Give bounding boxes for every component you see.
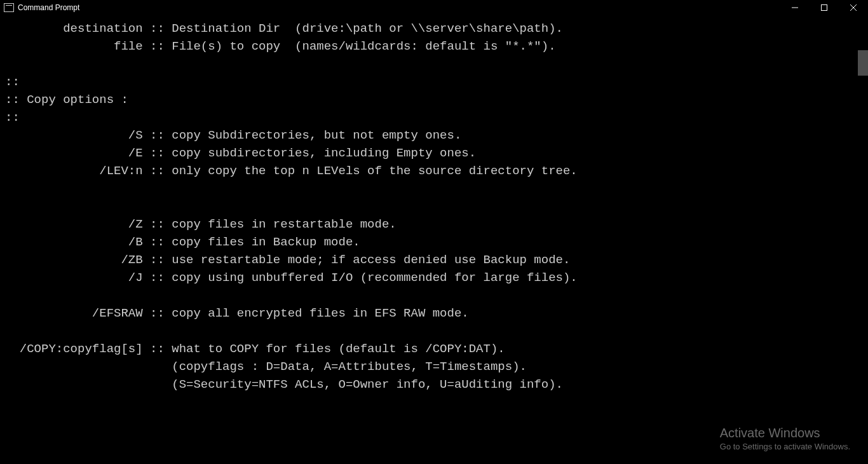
terminal-line: /S :: copy Subdirectories, but not empty… — [5, 127, 863, 145]
titlebar-left: Command Prompt — [4, 3, 79, 12]
svg-rect-1 — [822, 5, 827, 11]
terminal-line: (copyflags : D=Data, A=Attributes, T=Tim… — [5, 358, 863, 376]
watermark-subtitle: Go to Settings to activate Windows. — [720, 442, 850, 451]
terminal-line — [5, 198, 863, 216]
terminal-line: /J :: copy using unbuffered I/O (recomme… — [5, 270, 863, 287]
terminal-line: /EFSRAW :: copy all encrypted files in E… — [5, 305, 863, 323]
terminal-output[interactable]: destination :: Destination Dir (drive:\p… — [0, 15, 868, 417]
minimize-button[interactable] — [780, 0, 810, 15]
maximize-button[interactable] — [810, 0, 839, 15]
command-prompt-icon — [4, 3, 14, 12]
window-title: Command Prompt — [18, 3, 79, 12]
terminal-line: /B :: copy files in Backup mode. — [5, 234, 863, 252]
terminal-line: /E :: copy subdirectories, including Emp… — [5, 145, 863, 163]
terminal-line: /ZB :: use restartable mode; if access d… — [5, 252, 863, 270]
terminal-line: :: Copy options : — [5, 92, 863, 109]
terminal-line — [5, 287, 863, 305]
windows-activation-watermark: Activate Windows Go to Settings to activ… — [720, 426, 850, 451]
terminal-line: :: — [5, 109, 863, 127]
scrollbar-thumb[interactable] — [858, 50, 868, 76]
close-button[interactable] — [839, 0, 868, 15]
scrollbar-track[interactable] — [858, 15, 868, 464]
watermark-title: Activate Windows — [720, 426, 850, 440]
terminal-line: file :: File(s) to copy (names/wildcards… — [5, 38, 863, 56]
terminal-line: /LEV:n :: only copy the top n LEVels of … — [5, 163, 863, 181]
terminal-line — [5, 181, 863, 198]
terminal-line — [5, 56, 863, 74]
terminal-line: /Z :: copy files in restartable mode. — [5, 216, 863, 234]
terminal-line: :: — [5, 74, 863, 92]
titlebar: Command Prompt — [0, 0, 868, 15]
terminal-line — [5, 323, 863, 341]
terminal-line — [5, 394, 863, 412]
terminal-line: /COPY:copyflag[s] :: what to COPY for fi… — [5, 341, 863, 358]
terminal-line: (S=Security=NTFS ACLs, O=Owner info, U=a… — [5, 376, 863, 394]
window-controls — [780, 0, 868, 15]
terminal-line: destination :: Destination Dir (drive:\p… — [5, 20, 863, 38]
